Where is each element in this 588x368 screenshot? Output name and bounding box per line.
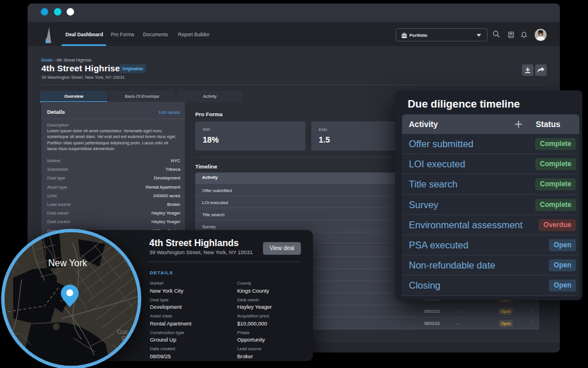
svg-text:Gat: Gat: [117, 328, 127, 335]
svg-text:R: R: [122, 335, 126, 342]
svg-text:New York: New York: [48, 258, 88, 268]
